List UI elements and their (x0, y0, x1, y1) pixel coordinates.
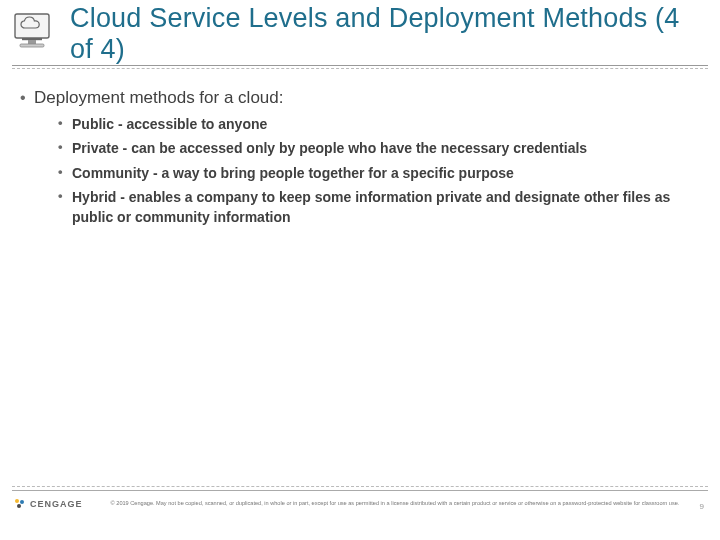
page-number: 9 (700, 502, 704, 511)
list-item: Hybrid - enables a company to keep some … (58, 187, 694, 228)
page-title: Cloud Service Levels and Deployment Meth… (70, 3, 708, 65)
footer-rule-dashed (12, 486, 708, 487)
svg-point-4 (15, 499, 19, 503)
content-body: Deployment methods for a cloud: Public -… (0, 66, 720, 227)
footer-rule-solid (12, 490, 708, 491)
header-rule (12, 68, 708, 69)
brand-text: CENGAGE (30, 499, 83, 509)
bullet-text: Hybrid - enables a company to keep some … (72, 189, 670, 225)
bullet-text: Community - a way to bring people togeth… (72, 165, 514, 181)
svg-point-6 (17, 504, 21, 508)
lvl1-text: Deployment methods for a cloud: (34, 88, 283, 107)
bullet-text: Private - can be accessed only by people… (72, 140, 587, 156)
footer: CENGAGE © 2019 Cengage. May not be copie… (0, 492, 720, 534)
header: Cloud Service Levels and Deployment Meth… (12, 0, 708, 66)
copyright-text: © 2019 Cengage. May not be copied, scann… (110, 500, 680, 507)
list-item: Private - can be accessed only by people… (58, 138, 694, 158)
list-item: Public - accessible to anyone (58, 114, 694, 134)
brand-logo: CENGAGE (14, 498, 83, 510)
slide: Cloud Service Levels and Deployment Meth… (0, 0, 720, 540)
level2-list: Public - accessible to anyone Private - … (34, 114, 694, 227)
svg-point-5 (20, 500, 24, 504)
bullet-text: Public - accessible to anyone (72, 116, 267, 132)
footer-rules (12, 486, 708, 491)
level1-list: Deployment methods for a cloud: Public -… (20, 88, 694, 227)
brand-mark-icon (14, 498, 26, 510)
list-item: Deployment methods for a cloud: Public -… (20, 88, 694, 227)
list-item: Community - a way to bring people togeth… (58, 163, 694, 183)
